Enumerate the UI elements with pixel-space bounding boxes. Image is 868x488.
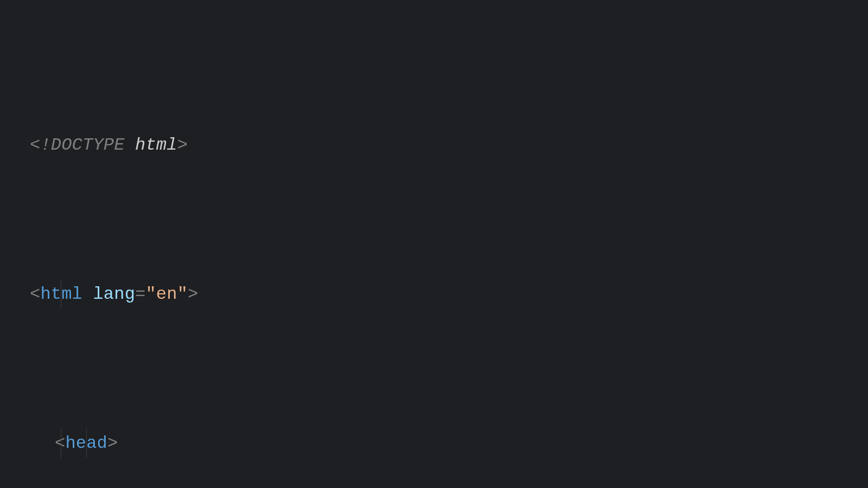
indent-guide [61, 428, 61, 458]
val-lang: "en" [145, 284, 188, 304]
tag-html: html [40, 284, 82, 304]
indent-guide [86, 428, 87, 458]
code-line: <head> [30, 428, 868, 458]
code-editor[interactable]: <!DOCTYPE html> <html lang="en"> <head> … [0, 0, 868, 488]
punct-lt: < [30, 135, 40, 155]
code-line: <html lang="en"> [30, 279, 868, 309]
attr-lang: lang [93, 284, 135, 304]
punct-gt: > [177, 135, 188, 155]
indent-guide [61, 279, 61, 309]
code-line: <!DOCTYPE html> [30, 130, 868, 160]
doctype-value: html [135, 135, 177, 155]
doctype-keyword: !DOCTYPE [40, 135, 124, 155]
